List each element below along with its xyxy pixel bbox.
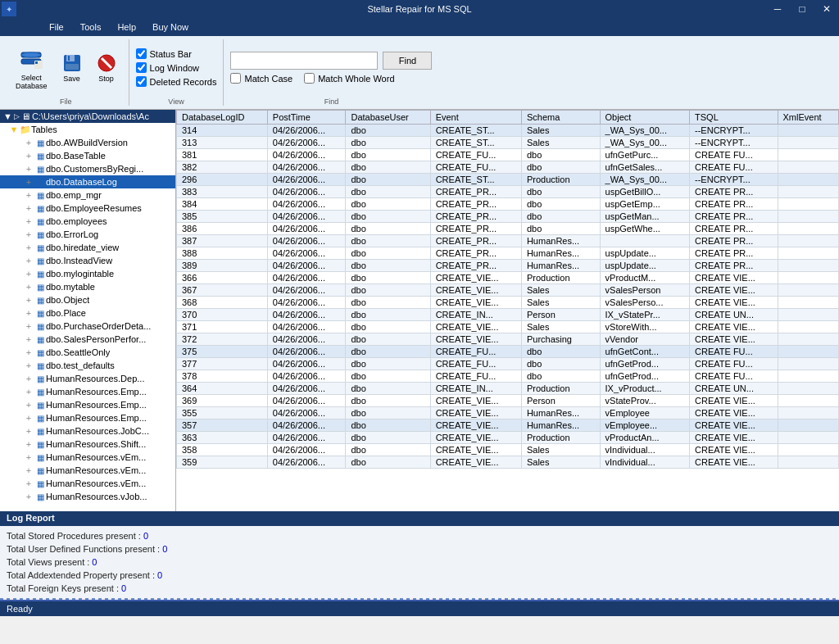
tree-folder-tables[interactable]: ▼ 📁 Tables	[0, 123, 175, 136]
tree-item[interactable]: +▦HumanResources.Emp...	[0, 398, 175, 411]
table-row[interactable]: 38804/26/2006...dboCREATE_PR...HumanRes.…	[177, 247, 839, 260]
table-row[interactable]: 31404/26/2006...dboCREATE_ST...Sales_WA_…	[177, 125, 839, 137]
table-row[interactable]: 38904/26/2006...dboCREATE_PR...HumanRes.…	[177, 260, 839, 272]
tree-item[interactable]: +▦dbo.AWBuildVersion	[0, 136, 175, 149]
ribbon-find-group: Find Match Case Match Whole Word Find	[224, 39, 438, 106]
tree-item[interactable]: +▦HumanResources.Dep...	[0, 372, 175, 385]
table-row[interactable]: 36704/26/2006...dboCREATE_VIE...SalesvSa…	[177, 284, 839, 297]
table-row[interactable]: 36604/26/2006...dboCREATE_VIE...Producti…	[177, 272, 839, 284]
table-row[interactable]: 35704/26/2006...dboCREATE_VIE...HumanRes…	[177, 420, 839, 432]
table-cell: CREATE_PR...	[430, 247, 521, 260]
tree-item[interactable]: +▦HumanResources.vEm...	[0, 464, 175, 477]
table-row[interactable]: 38104/26/2006...dboCREATE_FU...dboufnGet…	[177, 149, 839, 161]
expand-icon: +	[23, 163, 34, 175]
status-bar-check[interactable]: Status Bar	[136, 48, 217, 59]
tree-item[interactable]: +▦dbo.employees	[0, 215, 175, 228]
save-button[interactable]: Save	[57, 49, 88, 87]
tree-item[interactable]: +▦dbo.mytable	[0, 280, 175, 293]
tree-item[interactable]: +▦HumanResources.Shift...	[0, 438, 175, 451]
log-window-checkbox[interactable]	[136, 62, 147, 73]
tree-item[interactable]: +▦dbo.InsteadView	[0, 254, 175, 267]
log-line: Total Addextended Property present : 0	[7, 569, 832, 582]
table-row[interactable]: 36404/26/2006...dboCREATE_IN...Productio…	[177, 383, 839, 395]
tree-item[interactable]: +▦HumanResources.JobC...	[0, 424, 175, 438]
tree-item[interactable]: +▦dbo.ErrorLog	[0, 228, 175, 241]
match-case-checkbox[interactable]	[230, 73, 241, 84]
tree-item[interactable]: +▦dbo.BaseTable	[0, 149, 175, 162]
tree-item[interactable]: +▦dbo.CustomersByRegi...	[0, 162, 175, 175]
tree-item[interactable]: +▦dbo.emp_mgr	[0, 188, 175, 202]
find-input[interactable]	[230, 52, 378, 70]
table-row[interactable]: 38604/26/2006...dboCREATE_PR...dbouspGet…	[177, 223, 839, 235]
table-row[interactable]: 37704/26/2006...dboCREATE_FU...dboufnGet…	[177, 358, 839, 370]
table-row[interactable]: 38304/26/2006...dboCREATE_PR...dbouspGet…	[177, 186, 839, 198]
menu-item-file[interactable]: File	[41, 20, 72, 34]
maximize-button[interactable]: □	[790, 0, 814, 18]
table-row[interactable]: 37504/26/2006...dboCREATE_FU...dboufnGet…	[177, 346, 839, 358]
table-row[interactable]: 38704/26/2006...dboCREATE_PR...HumanRes.…	[177, 235, 839, 247]
find-button[interactable]: Find	[383, 52, 432, 70]
table-cell	[778, 420, 838, 432]
tree-item[interactable]: +▦dbo.Place	[0, 306, 175, 320]
tree-item[interactable]: +▦dbo.EmployeeResumes	[0, 202, 175, 215]
status-bar-checkbox[interactable]	[136, 48, 147, 59]
table-cell: dbo	[346, 309, 430, 321]
tree-item[interactable]: +▦dbo.PurchaseOrderDeta...	[0, 320, 175, 333]
select-database-button[interactable]: SelectDatabase	[10, 42, 53, 94]
tree-item[interactable]: +▦dbo.test_defaults	[0, 359, 175, 372]
tree-item[interactable]: +▦dbo.SalesPersonPerfor...	[0, 333, 175, 346]
table-cell: dbo	[346, 407, 430, 420]
table-cell: 04/26/2006...	[267, 247, 346, 260]
log-window-check[interactable]: Log Window	[136, 62, 217, 73]
match-whole-word-checkbox[interactable]	[304, 73, 315, 84]
table-row[interactable]: 37204/26/2006...dboCREATE_VIE...Purchasi…	[177, 333, 839, 346]
table-row[interactable]: 36304/26/2006...dboCREATE_VIE...Producti…	[177, 432, 839, 444]
save-icon	[62, 53, 82, 73]
tree-item[interactable]: +▦dbo.DatabaseLog	[0, 175, 175, 188]
tree-item[interactable]: +▦HumanResources.Emp...	[0, 411, 175, 424]
table-cell: CREATE_VIE...	[430, 444, 521, 456]
deleted-records-check[interactable]: Deleted Records	[136, 76, 217, 87]
table-row[interactable]: 38504/26/2006...dboCREATE_PR...dbouspGet…	[177, 211, 839, 223]
table-row[interactable]: 35504/26/2006...dboCREATE_VIE...HumanRes…	[177, 407, 839, 420]
menu-item-buy[interactable]: Buy Now	[144, 20, 197, 34]
match-case-check[interactable]: Match Case	[230, 73, 293, 84]
tree-item[interactable]: +▦HumanResources.vEm...	[0, 451, 175, 464]
tree-item[interactable]: +▦dbo.hiredate_view	[0, 241, 175, 254]
table-row[interactable]: 35804/26/2006...dboCREATE_VIE...SalesvIn…	[177, 444, 839, 456]
menu-item-tools[interactable]: Tools	[72, 20, 110, 34]
expand-icon: +	[23, 399, 34, 410]
table-row[interactable]: 36804/26/2006...dboCREATE_VIE...SalesvSa…	[177, 297, 839, 309]
table-cell: CREATE VIE...	[690, 284, 778, 297]
table-cell: dbo	[521, 186, 600, 198]
tree-item[interactable]: +▦HumanResources.vJob...	[0, 490, 175, 503]
table-row[interactable]: 38404/26/2006...dboCREATE_PR...dbouspGet…	[177, 198, 839, 211]
tree-item[interactable]: +▦dbo.mylogintable	[0, 267, 175, 280]
table-row[interactable]: 38204/26/2006...dboCREATE_FU...dboufnGet…	[177, 161, 839, 174]
minimize-button[interactable]: ─	[765, 0, 790, 18]
table-row[interactable]: 35904/26/2006...dboCREATE_VIE...SalesvIn…	[177, 456, 839, 469]
match-whole-word-check[interactable]: Match Whole Word	[304, 73, 394, 84]
deleted-records-checkbox[interactable]	[136, 76, 147, 87]
menu-item-help[interactable]: Help	[109, 20, 144, 34]
expand-icon: +	[23, 373, 34, 384]
table-row[interactable]: 31304/26/2006...dboCREATE_ST...Sales_WA_…	[177, 137, 839, 149]
tree-item[interactable]: +▦HumanResources.vEm...	[0, 477, 175, 490]
table-row[interactable]: 37104/26/2006...dboCREATE_VIE...SalesvSt…	[177, 321, 839, 333]
table-row[interactable]: 36904/26/2006...dboCREATE_VIE...PersonvS…	[177, 395, 839, 407]
ribbon: SelectDatabase Save	[0, 36, 839, 110]
close-button[interactable]: ✕	[814, 0, 839, 18]
table-row[interactable]: 37804/26/2006...dboCREATE_FU...dboufnGet…	[177, 370, 839, 383]
tree-item[interactable]: +▦dbo.SeattleOnly	[0, 346, 175, 359]
table-row[interactable]: 29604/26/2006...dboCREATE_ST...Productio…	[177, 174, 839, 186]
stop-button[interactable]: Stop	[91, 49, 122, 87]
grid-panel[interactable]: DatabaseLogIDPostTimeDatabaseUserEventSc…	[176, 110, 839, 511]
table-row[interactable]: 37004/26/2006...dboCREATE_IN...PersonIX_…	[177, 309, 839, 321]
table-cell: vProductAn...	[600, 432, 690, 444]
table-cell: 04/26/2006...	[267, 432, 346, 444]
expand-icon: +	[23, 229, 34, 240]
table-cell: CREATE_PR...	[430, 211, 521, 223]
app-logo-small: ✦	[2, 2, 16, 16]
tree-item[interactable]: +▦HumanResources.Emp...	[0, 385, 175, 398]
tree-item[interactable]: +▦dbo.Object	[0, 293, 175, 306]
